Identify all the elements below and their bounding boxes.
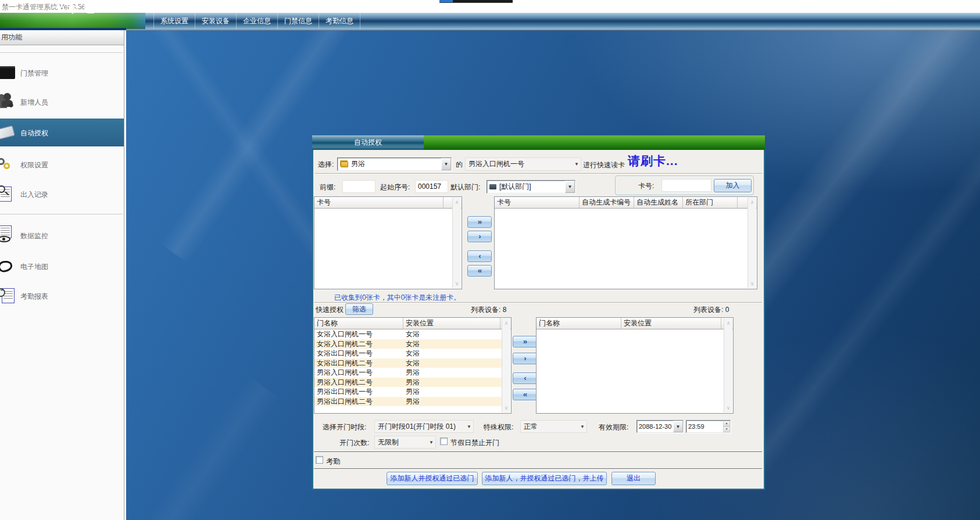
table-row[interactable]: 女浴出口闸机二号女浴 <box>314 358 502 368</box>
column-header[interactable]: 自动生成姓名 <box>634 197 683 209</box>
scrollbar[interactable]: ∧ ∨ <box>452 198 461 288</box>
column-header[interactable]: 安装位置 <box>621 318 721 329</box>
valid-date-select[interactable]: 2088-12-30 ▼ <box>636 420 684 433</box>
card-number-label: 卡号: <box>638 181 654 191</box>
menu-item-company-info[interactable]: 企业信息 <box>237 13 278 29</box>
filter-button[interactable]: 筛选 <box>345 303 373 315</box>
dropdown-arrow-icon[interactable]: ▼ <box>441 158 451 170</box>
prefix-label: 前缀: <box>320 182 335 192</box>
menu-item-system-settings[interactable]: 系统设置 <box>153 13 195 29</box>
add-card-button[interactable]: 加入 <box>714 179 752 192</box>
map-icon <box>0 256 16 276</box>
collected-cards-list: 卡号 ∧ ∨ <box>314 196 462 289</box>
scroll-down-icon[interactable]: ∨ <box>724 405 732 411</box>
separator <box>315 173 762 174</box>
add-authorize-button[interactable]: 添加新人并授权通过已选门 <box>387 472 478 485</box>
select-label: 选择: <box>318 160 334 170</box>
period-select[interactable]: 开门时段01(开门时段 01) ▼ <box>374 420 474 433</box>
scrollbar[interactable]: ∧ ∨ <box>502 318 510 413</box>
move-all-left-button[interactable]: ‹‹ <box>467 265 492 277</box>
background-tab-remnant-line <box>439 2 513 3</box>
table-row[interactable]: 男浴出口闸机二号男浴 <box>314 397 502 407</box>
valid-label: 有效期限: <box>599 422 628 432</box>
column-header[interactable]: 卡号 <box>495 197 580 209</box>
move-one-right-button[interactable]: › <box>467 231 492 242</box>
scrollbar[interactable]: ∧ ∨ <box>747 198 756 288</box>
zone-select[interactable]: 男浴 ▼ <box>337 157 452 171</box>
attendance-checkbox[interactable] <box>316 456 323 464</box>
registered-cards-table: 卡号 自动生成卡编号 自动生成姓名 所在部门 ∧ ∨ <box>494 196 757 289</box>
scroll-up-icon[interactable]: ∧ <box>502 320 510 326</box>
holiday-forbid-checkbox[interactable] <box>440 437 448 445</box>
menu-item-attendance-info[interactable]: 考勤信息 <box>319 13 360 29</box>
dialog-tab-auto-authorize[interactable]: 自动授权 <box>312 135 424 150</box>
spin-up-icon[interactable]: ▲ <box>723 421 730 426</box>
column-header[interactable]: 安装位置 <box>403 318 500 329</box>
sidebar-item-auto-authorize[interactable]: 自动授权 <box>0 119 124 146</box>
scroll-up-icon[interactable]: ∧ <box>453 199 461 205</box>
device-select[interactable]: 男浴入口闸机一号 ▼ <box>465 157 581 171</box>
separator <box>314 451 762 453</box>
open-count-select[interactable]: 无限制 ▼ <box>374 436 436 449</box>
sidebar-item-add-person[interactable]: + 新增人员 <box>0 88 124 116</box>
special-select[interactable]: 正常 ▼ <box>520 420 587 433</box>
dropdown-arrow-icon[interactable]: ▼ <box>565 181 575 193</box>
main-menubar: 系统设置 安装设备 企业信息 门禁信息 考勤信息 <box>145 13 980 29</box>
column-header[interactable]: 门名称 <box>537 318 621 329</box>
dropdown-arrow-icon: ▼ <box>465 424 473 429</box>
of-label: 的 <box>456 160 463 170</box>
auto-authorize-dialog: 自动授权 选择: 男浴 ▼ 的 男浴入口闸机一号 ▼ 进行快速读卡 请刷卡...… <box>312 135 765 490</box>
move-all-right-button[interactable]: ›› <box>467 216 492 228</box>
table-row[interactable]: 女浴入口闸机一号女浴 <box>314 329 502 339</box>
door-move-all-right-button[interactable]: ›› <box>513 336 537 347</box>
spinner-buttons[interactable]: ▲ ▼ <box>723 421 730 432</box>
spin-down-icon[interactable]: ▼ <box>723 426 730 432</box>
serial-label: 起始序号: <box>380 182 410 192</box>
department-icon <box>489 184 496 189</box>
monitor-eye-icon <box>0 225 16 245</box>
menu-item-install-device[interactable]: 安装设备 <box>195 13 237 29</box>
table-row[interactable]: 女浴入口闸机二号女浴 <box>314 339 502 349</box>
sidebar-item-access-records[interactable]: 出入记录 <box>0 180 124 208</box>
table-row[interactable]: 男浴入口闸机二号男浴 <box>314 378 502 388</box>
exit-button[interactable]: 退出 <box>611 472 656 485</box>
door-move-one-right-button[interactable]: › <box>513 353 537 364</box>
scroll-up-icon[interactable]: ∧ <box>724 320 732 326</box>
dialog-tab-bar <box>424 135 765 150</box>
dropdown-arrow-icon[interactable]: ▼ <box>673 421 683 432</box>
door-move-one-left-button[interactable]: ‹ <box>513 372 537 384</box>
door-move-all-left-button[interactable]: ‹‹ <box>513 389 537 400</box>
sidebar-item-door-management[interactable]: 门禁管理 <box>0 59 124 87</box>
sidebar-item-attendance-report[interactable]: 考勤报表 <box>0 282 124 310</box>
prefix-input[interactable] <box>342 180 375 193</box>
move-one-left-button[interactable]: ‹ <box>467 250 492 262</box>
column-header[interactable]: 所在部门 <box>683 197 738 209</box>
scroll-down-icon[interactable]: ∨ <box>453 281 461 286</box>
column-header[interactable]: 卡号 <box>314 197 443 209</box>
scroll-down-icon[interactable]: ∨ <box>748 281 756 286</box>
table-row[interactable]: 女浴出口闸机一号女浴 <box>314 349 502 358</box>
sidebar-item-electronic-map[interactable]: 电子地图 <box>0 252 124 280</box>
column-header[interactable]: 自动生成卡编号 <box>580 197 634 209</box>
card-number-input[interactable] <box>661 179 711 192</box>
scroll-up-icon[interactable]: ∧ <box>748 199 756 205</box>
dept-select[interactable]: [默认部门] ▼ <box>487 180 575 193</box>
sidebar-header: 用功能 <box>0 30 124 45</box>
table-row[interactable]: 男浴出口闸机一号男浴 <box>314 387 502 397</box>
valid-time-spinner[interactable]: 23:59 ▲ ▼ <box>686 420 731 433</box>
scrollbar[interactable]: ∧ ∨ <box>724 318 732 413</box>
sidebar-item-permission-settings[interactable]: 权限设置 <box>0 150 124 178</box>
sidebar-divider <box>0 52 123 53</box>
column-header[interactable]: 门名称 <box>314 318 403 329</box>
swipe-prompt: 请刷卡... <box>628 153 678 169</box>
menu-item-access-info[interactable]: 门禁信息 <box>278 13 319 29</box>
search-record-icon <box>0 184 16 204</box>
device-count-left: 列表设备: 8 <box>471 305 506 315</box>
serial-input[interactable] <box>415 180 448 193</box>
fast-read-label: 进行快速读卡 <box>583 160 625 170</box>
dropdown-arrow-icon: ▼ <box>578 424 586 429</box>
sidebar-item-data-monitor[interactable]: 数据监控 <box>0 221 124 249</box>
table-row[interactable]: 男浴入口闸机一号男浴 <box>314 368 502 378</box>
add-authorize-upload-button[interactable]: 添加新人，并授权通过已选门，并上传 <box>482 472 607 485</box>
scroll-down-icon[interactable]: ∨ <box>502 405 510 411</box>
